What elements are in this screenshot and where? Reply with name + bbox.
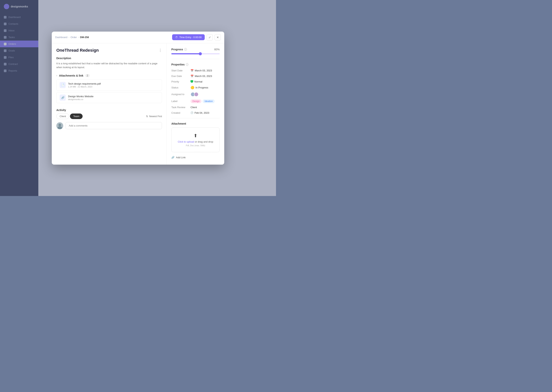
- attachments-count: 2: [85, 74, 90, 77]
- expand-button[interactable]: ⤢: [207, 34, 213, 40]
- progress-info-icon: i: [184, 48, 187, 51]
- task-modal: Dashboard › Order › DM-258 ⏱ Time Entry …: [52, 32, 224, 165]
- breadcrumb-order[interactable]: Order: [71, 36, 77, 39]
- description-text: It is a long established fact that a rea…: [56, 62, 162, 70]
- task-title-text: OneThread Redesign: [56, 48, 99, 53]
- progress-thumb: [199, 52, 202, 55]
- clock-created-icon: 🕐: [190, 112, 193, 114]
- property-label: Label Design Ideation: [171, 99, 220, 103]
- assigned-to-label: Assigned to: [171, 93, 190, 96]
- task-title-row: OneThread Redesign ⋮: [56, 48, 162, 53]
- breadcrumb-sep-2: ›: [78, 36, 79, 39]
- due-date-value: 📅 March 03, 2023: [190, 75, 212, 77]
- tab-team[interactable]: Team: [70, 113, 83, 119]
- status-label: Status: [171, 86, 190, 89]
- activity-tabs-row: Client Team ⇅ Newest First: [56, 113, 162, 119]
- priority-flag-icon: [190, 80, 193, 83]
- property-created: Created 🕐 Feb 04, 2023: [171, 112, 220, 114]
- properties-label: Properties: [171, 63, 185, 66]
- modal-right-panel: Progress i 60%: [167, 43, 224, 165]
- property-assigned-to: Assigned to: [171, 92, 220, 97]
- attachment-item-1[interactable]: 🔗 Design Monks Website designmonks.co: [56, 92, 162, 103]
- start-date-label: Start Date: [171, 69, 190, 72]
- add-link-label: Add Link: [176, 156, 186, 159]
- assignee-avatars: [190, 92, 199, 97]
- time-entry-button[interactable]: ⏱ Time Entry · 0:00:00: [172, 34, 205, 40]
- badge-design[interactable]: Design: [190, 99, 202, 103]
- properties-info-icon: i: [186, 63, 189, 66]
- attachment-meta-1: designmonks.co: [68, 98, 94, 100]
- task-review-value: Client: [190, 106, 197, 109]
- progress-section: Progress i 60%: [171, 48, 220, 54]
- properties-title: Properties i: [171, 63, 220, 66]
- modal-overlay: Dashboard › Order › DM-258 ⏱ Time Entry …: [0, 0, 276, 196]
- upload-box[interactable]: ⬆ Click to upload or drag and drop Pdf, …: [171, 127, 220, 152]
- upload-meta: Pdf, Doc (max. 5Mb): [174, 144, 216, 147]
- label-value: Design Ideation: [190, 99, 215, 103]
- property-status: Status 🟡 In Progress: [171, 86, 220, 89]
- activity-label: Activity: [56, 109, 162, 112]
- breadcrumb-dashboard[interactable]: Dashboard: [55, 36, 67, 39]
- attachment-info-0: Tech design requirements.pdf 1.24 MB · 2…: [68, 82, 101, 88]
- avatar: [56, 122, 63, 129]
- progress-fill: [171, 53, 200, 54]
- progress-value: 60%: [214, 48, 220, 51]
- divider-1: [171, 59, 220, 59]
- close-icon: ✕: [217, 36, 219, 39]
- status-value: 🟡 In Progress: [190, 86, 208, 89]
- sort-button[interactable]: ⇅ Newest First: [146, 115, 162, 118]
- status-dot: 🟡: [190, 86, 194, 89]
- property-due-date: Due Date 📅 March 03, 2023: [171, 75, 220, 77]
- calendar-icon-due: 📅: [190, 75, 194, 77]
- attachment-meta-0: 1.24 MB · 21 March, 2023: [68, 85, 101, 88]
- modal-body: OneThread Redesign ⋮ Description It is a…: [52, 43, 224, 165]
- upload-icon: ⬆: [174, 133, 216, 138]
- property-task-review: Task Review Client: [171, 106, 220, 109]
- activity-tab-group: Client Team: [56, 113, 83, 119]
- modal-left-panel: OneThread Redesign ⋮ Description It is a…: [52, 43, 167, 165]
- comment-input[interactable]: [65, 122, 162, 129]
- click-to-upload[interactable]: Click to upload: [178, 140, 194, 143]
- due-date-label: Due Date: [171, 75, 190, 77]
- sort-icon: ⇅: [146, 115, 148, 118]
- breadcrumb-current: DM-258: [80, 36, 89, 39]
- upload-rest: or drag and drop: [194, 140, 213, 143]
- progress-header: Progress i 60%: [171, 48, 220, 51]
- priority-label: Priority: [171, 80, 190, 83]
- label-label: Label: [171, 100, 190, 103]
- upload-text: Click to upload or drag and drop: [174, 140, 216, 143]
- close-button[interactable]: ✕: [215, 34, 221, 40]
- attachment-upload-section: Attachment ⬆ Click to upload or drag and…: [171, 122, 220, 160]
- start-date-value: 📅 March 03, 2023: [190, 69, 212, 72]
- attachment-item-0[interactable]: 📄 Tech design requirements.pdf 1.24 MB ·…: [56, 79, 162, 91]
- attachment-name-1: Design Monks Website: [68, 95, 94, 98]
- property-start-date: Start Date 📅 March 03, 2023: [171, 69, 220, 72]
- add-link-button[interactable]: 🔗 Add Link: [171, 155, 220, 160]
- attachment-section-title: Attachment: [171, 122, 220, 125]
- progress-text: Progress: [171, 48, 183, 51]
- clock-icon: ⏱: [175, 36, 178, 39]
- more-options-button[interactable]: ⋮: [159, 48, 162, 52]
- description-label: Description: [56, 57, 162, 60]
- divider-2: [171, 118, 220, 118]
- assigned-to-value: [190, 92, 199, 97]
- task-review-label: Task Review: [171, 106, 190, 109]
- comment-input-row: [56, 122, 162, 129]
- tab-client[interactable]: Client: [56, 113, 69, 119]
- progress-label: Progress i: [171, 48, 187, 51]
- activity-section: Activity Client Team ⇅ Newest First: [56, 109, 162, 129]
- calendar-icon: 📅: [190, 69, 194, 72]
- assignee-avatar-2: [194, 92, 199, 97]
- attachments-header[interactable]: › Attachments & link 2: [56, 74, 162, 77]
- property-priority: Priority Normal: [171, 80, 220, 83]
- badge-ideation[interactable]: Ideation: [203, 99, 215, 103]
- breadcrumb-sep-1: ›: [69, 36, 69, 39]
- created-value: 🕐 Feb 04, 2023: [190, 112, 209, 114]
- attachment-name-0: Tech design requirements.pdf: [68, 82, 101, 85]
- link-icon: 🔗: [60, 95, 66, 101]
- file-icon: 📄: [60, 82, 66, 88]
- progress-track[interactable]: [171, 53, 220, 54]
- sort-label: Newest First: [149, 115, 162, 118]
- modal-toolbar: Dashboard › Order › DM-258 ⏱ Time Entry …: [52, 32, 224, 43]
- priority-value: Normal: [190, 80, 202, 83]
